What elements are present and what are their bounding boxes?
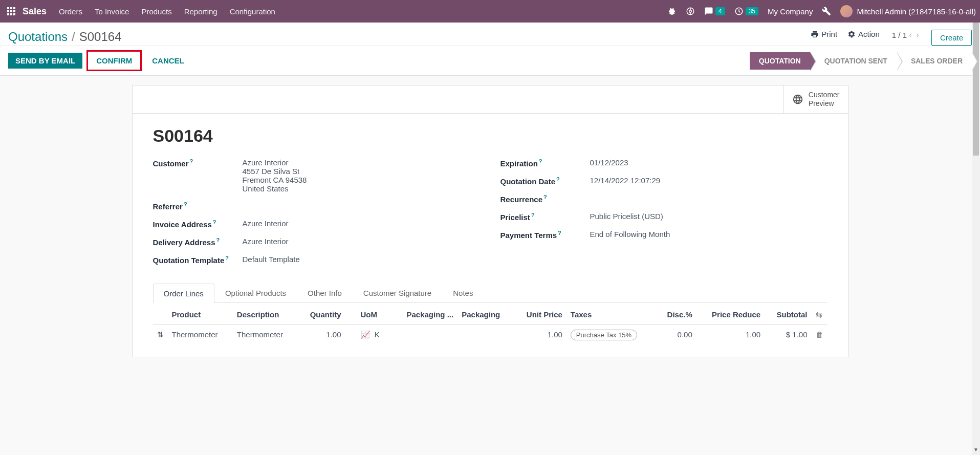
cancel-button[interactable]: CANCEL [145, 53, 191, 69]
customer-label: Customer? [153, 158, 243, 193]
cell-taxes[interactable]: Purchase Tax 15% [567, 324, 657, 344]
customer-value[interactable]: Azure Interior 4557 De Silva St Fremont … [243, 158, 480, 193]
col-quantity[interactable]: Quantity [298, 305, 345, 325]
cell-disc[interactable]: 0.00 [656, 324, 696, 344]
quotation-template-label: Quotation Template? [153, 255, 243, 265]
cell-packaging-qty[interactable] [391, 324, 458, 344]
col-unit-price[interactable]: Unit Price [514, 305, 567, 325]
help-icon[interactable]: ? [190, 158, 193, 164]
form-sheet: Customer Preview S00164 Customer? Azure … [132, 85, 848, 357]
forecast-icon[interactable]: 📈 [361, 330, 371, 339]
debug-tools-icon[interactable] [822, 7, 831, 16]
col-packaging[interactable]: Packaging [458, 305, 513, 325]
nav-configuration[interactable]: Configuration [230, 7, 275, 16]
nav-products[interactable]: Products [141, 7, 171, 16]
help-icon[interactable]: ? [184, 201, 187, 207]
svg-rect-3 [7, 10, 9, 12]
col-subtotal[interactable]: Subtotal [765, 305, 811, 325]
stage-sales-order[interactable]: SALES ORDER [897, 52, 972, 70]
stage-quotation-sent[interactable]: QUOTATION SENT [810, 52, 897, 70]
activities-icon[interactable]: 35 [734, 7, 758, 16]
delete-row-icon[interactable]: 🗑 [812, 324, 827, 344]
recurrence-label: Recurrence? [500, 194, 590, 204]
apps-icon[interactable] [4, 4, 18, 18]
send-by-email-button[interactable]: SEND BY EMAIL [8, 53, 82, 69]
help-icon[interactable]: ? [539, 158, 542, 164]
stage-indicator: QUOTATION QUOTATION SENT SALES ORDER [750, 52, 972, 70]
pager-prev[interactable]: ‹ [909, 30, 912, 40]
cell-packaging[interactable] [458, 324, 513, 344]
payment-terms-value[interactable]: End of Following Month [590, 230, 827, 240]
pager-text: 1 / 1 [892, 31, 907, 39]
cell-subtotal[interactable]: $ 1.00 [765, 324, 811, 344]
app-brand[interactable]: Sales [23, 6, 47, 17]
stage-quotation[interactable]: QUOTATION [750, 52, 810, 70]
customer-preview-button[interactable]: Customer Preview [783, 85, 848, 113]
breadcrumb-current: S00164 [79, 30, 122, 44]
col-options-icon[interactable]: ⇆ [812, 305, 827, 325]
company-switcher[interactable]: My Company [768, 7, 813, 16]
preview-line1: Customer [809, 91, 840, 99]
scroll-thumb[interactable] [973, 23, 979, 156]
action-button[interactable]: Action [847, 30, 880, 38]
cell-quantity[interactable]: 1.00 [298, 324, 345, 344]
table-row[interactable]: ⇅ Thermometer Thermometer 1.00 📈 K 1.00 … [153, 324, 827, 344]
payment-terms-label: Payment Terms? [500, 230, 590, 240]
tab-order-lines[interactable]: Order Lines [153, 284, 214, 303]
messaging-icon[interactable]: 4 [704, 7, 725, 16]
tab-other-info[interactable]: Other Info [297, 283, 353, 302]
user-menu[interactable]: Mitchell Admin (21847185-16-0-all) [840, 5, 976, 17]
svg-rect-7 [10, 13, 12, 15]
pager-next[interactable]: › [916, 30, 919, 40]
tax-tag[interactable]: Purchase Tax 15% [571, 330, 637, 340]
pricelist-value[interactable]: Public Pricelist (USD) [590, 212, 827, 222]
help-icon[interactable]: ? [556, 176, 560, 182]
tab-optional-products[interactable]: Optional Products [214, 283, 297, 302]
cell-product[interactable]: Thermometer [168, 324, 233, 344]
recurrence-value[interactable] [590, 194, 827, 204]
create-button[interactable]: Create [931, 30, 972, 46]
svg-rect-4 [10, 10, 12, 12]
help-icon[interactable]: ? [543, 194, 547, 200]
cell-price-reduce[interactable]: 1.00 [696, 324, 765, 344]
bug-icon[interactable] [667, 7, 677, 16]
nav-reporting[interactable]: Reporting [184, 7, 217, 16]
order-lines-table: Product Description Quantity UoM Packagi… [153, 305, 827, 344]
invoice-address-value[interactable]: Azure Interior [243, 219, 480, 229]
cell-uom[interactable]: 📈 K [345, 324, 391, 344]
svg-rect-0 [7, 7, 9, 9]
help-icon[interactable]: ? [531, 212, 535, 218]
cell-description[interactable]: Thermometer [233, 324, 298, 344]
cell-unit-price[interactable]: 1.00 [514, 324, 567, 344]
expiration-value[interactable]: 01/12/2023 [590, 158, 827, 168]
col-uom[interactable]: UoM [345, 305, 391, 325]
tab-customer-signature[interactable]: Customer Signature [353, 283, 442, 302]
help-icon[interactable]: ? [558, 230, 561, 236]
breadcrumb-root[interactable]: Quotations [8, 30, 68, 44]
drag-handle-icon[interactable]: ⇅ [153, 324, 168, 344]
breadcrumb-sep: / [72, 30, 75, 44]
form-right-column: Expiration? 01/12/2023 Quotation Date? 1… [500, 158, 827, 273]
col-taxes[interactable]: Taxes [567, 305, 657, 325]
col-packaging-qty[interactable]: Packaging ... [391, 305, 458, 325]
col-product[interactable]: Product [168, 305, 233, 325]
nav-orders[interactable]: Orders [59, 7, 82, 16]
col-price-reduce[interactable]: Price Reduce [696, 305, 765, 325]
tab-notes[interactable]: Notes [442, 283, 484, 302]
print-button[interactable]: Print [811, 30, 837, 38]
col-disc[interactable]: Disc.% [656, 305, 696, 325]
nav-to-invoice[interactable]: To Invoice [95, 7, 129, 16]
help-icon[interactable]: ? [225, 255, 229, 261]
quotation-date-value[interactable]: 12/14/2022 12:07:29 [590, 176, 827, 186]
confirm-button[interactable]: CONFIRM [89, 53, 139, 69]
print-label: Print [821, 30, 837, 38]
help-icon[interactable]: ? [216, 237, 220, 243]
col-description[interactable]: Description [233, 305, 298, 325]
referrer-value[interactable] [243, 201, 480, 211]
help-icon[interactable]: ? [213, 219, 216, 225]
quotation-template-value[interactable]: Default Template [243, 255, 480, 265]
support-icon[interactable] [686, 7, 695, 16]
svg-rect-2 [13, 7, 15, 9]
delivery-address-value[interactable]: Azure Interior [243, 237, 480, 247]
vertical-scrollbar[interactable]: ▲ ▼ [972, 23, 980, 357]
